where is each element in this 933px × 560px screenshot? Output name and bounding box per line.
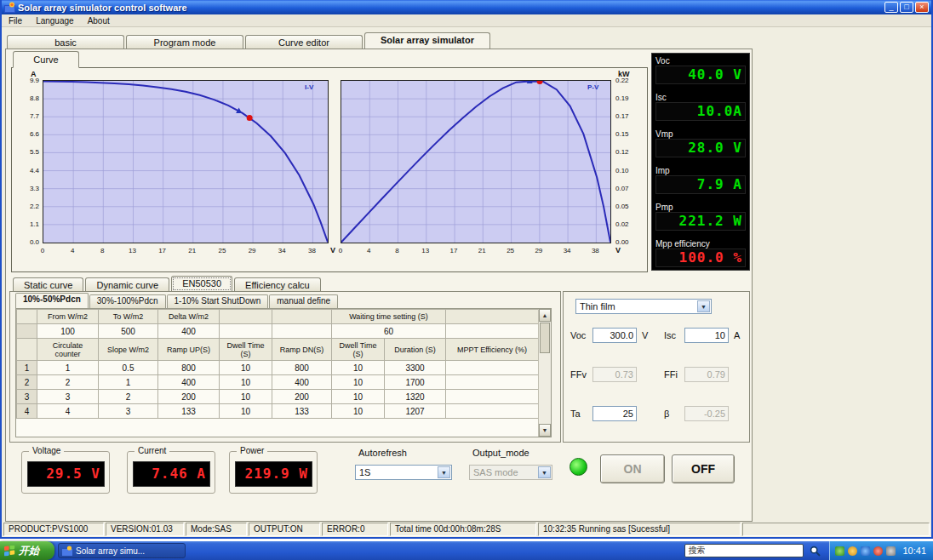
tab-curve-editor[interactable]: Curve editor <box>245 35 363 49</box>
tab-basic[interactable]: basic <box>7 35 124 49</box>
taskbar-clock[interactable]: 10:41 <box>902 546 926 556</box>
current-label: Current <box>135 446 169 455</box>
col-dwell-2: Dwell Time (S) <box>332 339 385 361</box>
scroll-up-icon[interactable]: ▲ <box>539 309 551 322</box>
tab-en50530[interactable]: EN50530 <box>171 276 232 292</box>
isc-label: Isc <box>655 93 746 102</box>
on-button[interactable]: ON <box>600 454 665 483</box>
beta-param-label: β <box>664 409 669 419</box>
status-total-time: Total time 00d:00h:08m:28S <box>390 523 536 536</box>
taskbar-task-button[interactable]: Solar array simu... <box>58 543 186 558</box>
current-value: 7.46 A <box>133 461 210 487</box>
status-filler <box>742 523 930 536</box>
pv-chart: kW 0.220.190.170.150.120.100.070.050.020… <box>337 70 645 267</box>
taskbar-search-input[interactable] <box>684 544 804 557</box>
pv-plot-area <box>341 80 611 243</box>
chevron-down-icon[interactable]: ▼ <box>697 300 710 312</box>
autorefresh-select[interactable]: 1S ▼ <box>355 465 452 480</box>
start-button[interactable]: 开始 <box>0 541 54 560</box>
pmp-label: Pmp <box>655 203 746 212</box>
status-version: VERSION:01.03 <box>106 523 184 536</box>
ta-param-input[interactable] <box>592 406 637 421</box>
to-value[interactable]: 500 <box>99 324 158 339</box>
voltage-label: Voltage <box>29 446 64 455</box>
pmp-value: 221.2 W <box>655 212 746 231</box>
pv-model-select[interactable]: Thin film ▼ <box>575 299 712 314</box>
current-group: Current 7.46 A <box>127 451 215 494</box>
vmp-value: 28.0 V <box>655 139 746 157</box>
messenger-icon[interactable] <box>886 546 896 556</box>
isc-readout: Isc 10.0A <box>655 93 746 121</box>
close-button[interactable]: × <box>915 2 929 13</box>
delta-value[interactable]: 400 <box>158 324 220 339</box>
imp-readout: Imp 7.9 A <box>655 166 746 194</box>
pv-curve-label: P-V <box>587 83 598 91</box>
ime-icon[interactable] <box>873 546 883 556</box>
mpp-led-panel: Voc 40.0 V Isc 10.0A Vmp 28.0 V Imp 7.9 … <box>651 53 750 271</box>
ta-param-label: Ta <box>570 409 581 419</box>
tab-dynamic-curve[interactable]: Dynamic curve <box>85 277 169 292</box>
vmp-readout: Vmp 28.0 V <box>655 129 746 157</box>
col-waiting-time: Waiting time setting (S) <box>332 310 446 324</box>
taskbar: 开始 Solar array simu... 10:41 <box>0 541 933 560</box>
en50530-panel: 10%-50%Pdcn 30%-100%Pdcn 1-10% Start Shu… <box>9 291 561 443</box>
tab-manual-define[interactable]: manual define <box>269 294 338 308</box>
en50530-table-head: From W/m2 To W/m2 Delta W/m2 Waiting tim… <box>17 310 539 361</box>
ffv-param-label: FFv <box>570 369 587 380</box>
output-mode-label: Output_mode <box>472 448 529 458</box>
maximize-button[interactable]: □ <box>900 2 913 13</box>
off-button[interactable]: OFF <box>672 454 735 483</box>
tab-efficiency-calcu[interactable]: Efficiency calcu <box>234 277 321 292</box>
col-dwell-1: Dwell Time (S) <box>220 339 272 361</box>
isc-param-unit: A <box>734 330 740 340</box>
task-app-icon <box>62 546 72 556</box>
chevron-down-icon: ▼ <box>538 466 551 478</box>
isc-param-input[interactable] <box>684 328 729 343</box>
output-status-light <box>570 458 587 476</box>
tab-start-shutdown[interactable]: 1-10% Start ShutDown <box>167 294 269 308</box>
col-mppt-efficiency: MPPT Efficiency (%) <box>446 339 539 361</box>
table-scrollbar[interactable]: ▲ ▼ <box>538 309 551 437</box>
ffi-param-label: FFi <box>664 369 678 380</box>
volume-icon[interactable] <box>848 546 857 556</box>
network-icon[interactable] <box>861 546 870 556</box>
tab-curve[interactable]: Curve <box>13 51 79 68</box>
voc-param-input[interactable] <box>592 328 637 343</box>
mpp-efficiency-value: 100.0 % <box>655 249 746 267</box>
waiting-time-value[interactable]: 60 <box>332 324 446 339</box>
tab-static-curve[interactable]: Static curve <box>13 277 83 292</box>
tab-10-50-pdcn[interactable]: 10%-50%Pdcn <box>15 293 89 308</box>
menu-file[interactable]: File <box>2 15 29 26</box>
menu-bar: File Language About <box>2 14 931 27</box>
mpp-efficiency-readout: Mpp efficiency 100.0 % <box>655 239 746 267</box>
search-icon[interactable] <box>807 543 822 558</box>
status-product: PRODUCT:PVS1000 <box>3 523 104 536</box>
pmp-readout: Pmp 221.2 W <box>655 203 746 231</box>
scroll-down-icon[interactable]: ▼ <box>539 424 551 437</box>
table-row: 44313310133101207 <box>17 404 539 419</box>
pv-model-value: Thin film <box>580 301 615 311</box>
tab-program-mode[interactable]: Program mode <box>126 35 243 49</box>
voc-label: Voc <box>655 56 746 66</box>
simulator-tabpage: Curve A 9.98.87.76.65.54.43.32.21.10.0 I… <box>5 49 753 522</box>
voltage-group: Voltage 29.5 V <box>21 451 110 494</box>
antivirus-icon[interactable] <box>835 546 844 556</box>
menu-language[interactable]: Language <box>29 15 81 26</box>
chevron-down-icon[interactable]: ▼ <box>438 466 450 478</box>
en50530-table: From W/m2 To W/m2 Delta W/m2 Waiting tim… <box>15 308 552 437</box>
mpp-efficiency-label: Mpp efficiency <box>655 239 746 249</box>
power-label: Power <box>237 446 267 455</box>
tab-solar-array-simulator[interactable]: Solar array simulator <box>364 32 490 49</box>
tab-30-100-pdcn[interactable]: 30%-100%Pdcn <box>89 294 166 308</box>
app-icon <box>4 2 15 13</box>
minimize-button[interactable]: _ <box>884 2 898 13</box>
from-value[interactable]: 100 <box>37 324 99 339</box>
title-bar[interactable]: Solar array simulator control software _… <box>2 0 931 14</box>
status-error: ERROR:0 <box>322 523 388 536</box>
ffv-param-input <box>592 367 637 382</box>
voc-param-label: Voc <box>570 330 586 340</box>
menu-about[interactable]: About <box>81 15 117 26</box>
scroll-thumb[interactable] <box>540 323 550 353</box>
col-ramp-up: Ramp UP(S) <box>158 339 220 361</box>
pv-x-axis-unit: V <box>615 246 621 254</box>
